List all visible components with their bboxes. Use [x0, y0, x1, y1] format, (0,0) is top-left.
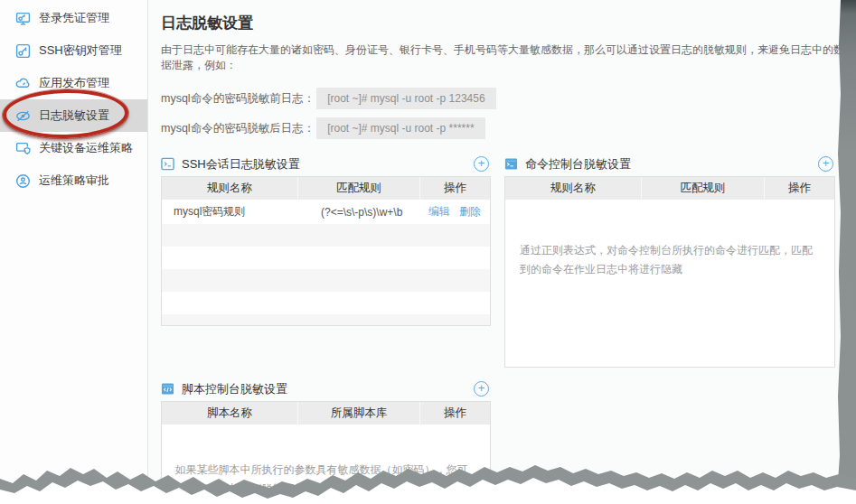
example-before-code: [root ~]# mysql -u root -p 123456 [316, 88, 495, 109]
script-panel-header: 脚本控制台脱敏设置 + [161, 379, 491, 398]
ssh-panel-title: SSH会话日志脱敏设置 [182, 156, 300, 173]
sidebar: 登录凭证管理 SSH密钥对管理 应用发布管理 [0, 0, 148, 504]
approver-icon [15, 173, 31, 189]
page-description: 由于日志中可能存在大量的诸如密码、身份证号、银行卡号、手机号码等大量敏感数据，那… [161, 42, 848, 73]
script-table-empty-body: 如果某些脚本中所执行的参数具有敏感数据（如密码），您可以将该脚本加入到脱敏清单中… [162, 461, 490, 504]
ssh-panel-header: SSH会话日志脱敏设置 + [161, 154, 491, 173]
command-table-header: 规则名称 匹配规则 操作 [505, 177, 834, 200]
example-before-label: mysql命令的密码脱敏前日志： [161, 91, 315, 107]
script-table-header: 脚本名称 所属脚本库 操作 [162, 402, 490, 425]
sidebar-item-label: SSH密钥对管理 [39, 42, 122, 59]
ssh-rules-table: 规则名称 匹配规则 操作 mysql密码规则 (?<=\s\-p\s)\w+\b… [161, 176, 491, 326]
script-rules-table: 脚本名称 所属脚本库 操作 如果某些脚本中所执行的参数具有敏感数据（如密码），您… [161, 401, 491, 504]
sidebar-item-label: 运维策略审批 [39, 173, 109, 189]
panels-grid: SSH会话日志脱敏设置 + 规则名称 匹配规则 操作 mysql密码规则 (?<… [161, 154, 856, 504]
sidebar-item-label: 应用发布管理 [39, 75, 109, 91]
main-content: 日志脱敏设置 由于日志中可能存在大量的诸如密码、身份证号、银行卡号、手机号码等大… [148, 0, 856, 504]
ssh-table-header: 规则名称 匹配规则 操作 [162, 177, 490, 200]
column-header: 规则名称 [505, 177, 641, 200]
ssh-terminal-icon [161, 157, 174, 171]
example-before-row: mysql命令的密码脱敏前日志： [root ~]# mysql -u root… [161, 88, 856, 109]
table-row: mysql密码规则 (?<=\s\-p\s)\w+\b 编辑 删除 [162, 200, 490, 224]
sidebar-item-login-credentials[interactable]: 登录凭证管理 [0, 2, 147, 34]
command-add-rule-button[interactable]: + [818, 156, 833, 172]
example-after-code: [root ~]# mysql -u root -p ****** [316, 117, 484, 139]
column-header: 操作 [764, 177, 834, 200]
command-table-empty-body: 通过正则表达式，对命令控制台所执行的命令进行匹配，匹配到的命令在作业日志中将进行… [505, 241, 834, 367]
ssh-key-icon [15, 43, 31, 59]
ssh-add-rule-button[interactable]: + [474, 156, 489, 172]
edit-link[interactable]: 编辑 [428, 204, 450, 219]
script-console-panel: 脚本控制台脱敏设置 + 脚本名称 所属脚本库 操作 如果某些脚本中所执行的参数具… [161, 379, 491, 504]
sidebar-item-label: 登录凭证管理 [39, 10, 109, 26]
command-panel-title: 命令控制台脱敏设置 [525, 156, 631, 173]
column-header: 脚本名称 [162, 402, 297, 425]
eye-slash-icon [15, 108, 31, 124]
column-header: 所属脚本库 [297, 402, 419, 425]
delete-link[interactable]: 删除 [459, 204, 481, 219]
sidebar-item-label: 日志脱敏设置 [39, 107, 109, 124]
command-panel-header: 命令控制台脱敏设置 + [504, 154, 835, 173]
command-rules-table: 规则名称 匹配规则 操作 通过正则表达式，对命令控制台所执行的命令进行匹配，匹配… [504, 176, 835, 368]
column-header: 操作 [419, 402, 490, 425]
row-actions-cell: 编辑 删除 [419, 204, 490, 219]
column-header: 匹配规则 [297, 177, 419, 200]
sidebar-item-log-masking[interactable]: 日志脱敏设置 [0, 99, 147, 132]
column-header: 规则名称 [162, 177, 297, 200]
page-title: 日志脱敏设置 [161, 13, 856, 33]
script-empty-hint: 如果某些脚本中所执行的参数具有敏感数据（如密码），您可以将该脚本加入到脱敏清单中… [175, 461, 477, 504]
rule-name-cell: mysql密码规则 [162, 204, 309, 219]
empty-striped-rows [162, 224, 490, 325]
column-header: 操作 [419, 177, 490, 200]
rule-pattern-cell: (?<=\s\-p\s)\w+\b [309, 206, 419, 219]
column-header: 匹配规则 [641, 177, 764, 200]
sidebar-item-label: 关键设备运维策略 [39, 140, 133, 156]
script-add-button[interactable]: + [474, 381, 489, 397]
example-after-row: mysql命令的密码脱敏后日志： [root ~]# mysql -u root… [161, 117, 856, 139]
sidebar-item-ssh-keypair[interactable]: SSH密钥对管理 [0, 34, 147, 67]
script-panel-title: 脚本控制台脱敏设置 [182, 381, 287, 397]
login-credential-icon [15, 11, 31, 26]
ssh-session-panel: SSH会话日志脱敏设置 + 规则名称 匹配规则 操作 mysql密码规则 (?<… [161, 154, 491, 368]
command-console-icon [504, 157, 518, 171]
sidebar-item-app-release[interactable]: 应用发布管理 [0, 67, 147, 99]
command-empty-hint: 通过正则表达式，对命令控制台所执行的命令进行匹配，匹配到的命令在作业日志中将进行… [520, 241, 820, 279]
example-after-label: mysql命令的密码脱敏后日志： [161, 121, 315, 136]
device-shield-icon [15, 141, 31, 156]
script-console-icon [161, 382, 174, 396]
command-console-panel: 命令控制台脱敏设置 + 规则名称 匹配规则 操作 通过正则表达式，对命令控制台所… [504, 154, 835, 368]
sidebar-item-policy-approval[interactable]: 运维策略审批 [0, 164, 147, 197]
cloud-release-icon [15, 76, 31, 91]
app-window: 登录凭证管理 SSH密钥对管理 应用发布管理 [0, 0, 856, 504]
sidebar-item-device-policy[interactable]: 关键设备运维策略 [0, 132, 147, 164]
